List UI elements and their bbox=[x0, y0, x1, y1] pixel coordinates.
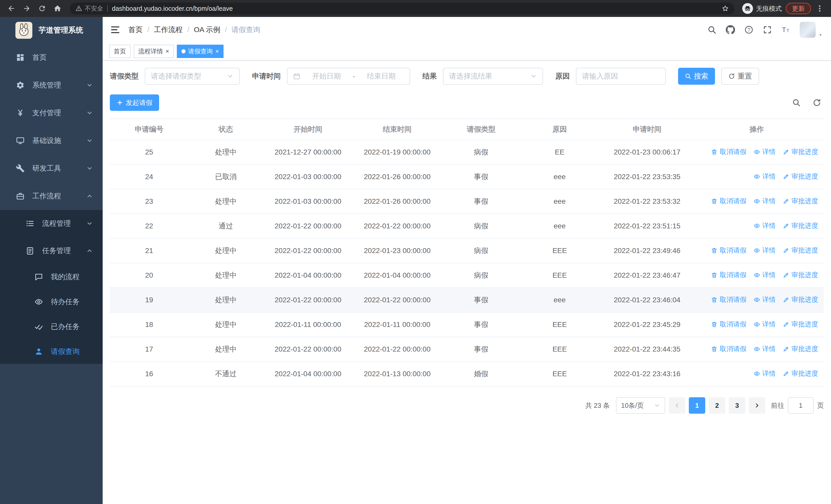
tab-process-detail[interactable]: 流程详情 × bbox=[134, 45, 174, 58]
chevron-down-icon bbox=[530, 73, 537, 80]
detail-link[interactable]: 详情 bbox=[753, 295, 776, 304]
create-leave-button[interactable]: 发起请假 bbox=[110, 94, 159, 111]
clipboard-icon bbox=[26, 246, 34, 255]
browser-menu-button[interactable] bbox=[813, 2, 826, 15]
tab-leave-query[interactable]: 请假查询 × bbox=[177, 45, 224, 58]
close-icon[interactable]: × bbox=[215, 48, 219, 54]
app-logo[interactable]: 芋道管理系统 bbox=[0, 17, 103, 43]
detail-label: 详情 bbox=[762, 345, 776, 353]
monitor-icon bbox=[16, 136, 25, 145]
cell-status: 处理中 bbox=[189, 140, 263, 165]
sidebar-item-system-mgmt[interactable]: 系统管理 bbox=[0, 71, 103, 99]
browser-forward-button[interactable] bbox=[20, 2, 33, 15]
browser-chrome: 不安全 dashboard.yudao.iocoder.cn/bpm/oa/le… bbox=[0, 0, 831, 17]
breadcrumb-item[interactable]: OA 示例 bbox=[194, 25, 221, 35]
detail-link[interactable]: 详情 bbox=[753, 197, 776, 206]
cancel-leave-link[interactable]: 取消请假 bbox=[711, 197, 746, 206]
approval-progress-link[interactable]: 审批进度 bbox=[783, 197, 818, 206]
sidebar-item-my-process[interactable]: 我的流程 bbox=[0, 264, 103, 289]
page-button-2[interactable]: 2 bbox=[709, 397, 725, 414]
navbar: 首页 / 工作流程 / OA 示例 / 请假查询 bbox=[103, 17, 831, 42]
filter-form: 请假类型 请选择请假类型 申请时间 开始日期 - 结束日期 bbox=[110, 68, 824, 85]
approval-progress-link[interactable]: 审批进度 bbox=[783, 369, 818, 378]
approval-progress-label: 审批进度 bbox=[792, 246, 818, 255]
cell-apply-time: 2022-01-22 23:53:35 bbox=[599, 165, 695, 189]
reason-input[interactable] bbox=[576, 68, 666, 85]
cell-end-time: 2022-01-19 00:00:00 bbox=[353, 140, 442, 165]
sidebar-toggle-button[interactable] bbox=[110, 25, 120, 35]
cell-start-time: 2022-01-03 00:00:00 bbox=[263, 189, 353, 214]
detail-link[interactable]: 详情 bbox=[753, 172, 776, 181]
refresh-table-icon[interactable] bbox=[812, 98, 821, 107]
approval-progress-link[interactable]: 审批进度 bbox=[783, 246, 818, 255]
prev-page-button[interactable] bbox=[669, 397, 685, 414]
sidebar-item-workflow[interactable]: 工作流程 bbox=[0, 182, 103, 210]
approval-progress-link[interactable]: 审批进度 bbox=[783, 147, 818, 156]
cancel-leave-link[interactable]: 取消请假 bbox=[711, 246, 746, 255]
detail-link[interactable]: 详情 bbox=[753, 147, 776, 156]
leave-type-select[interactable]: 请选择请假类型 bbox=[145, 68, 240, 85]
browser-update-button[interactable]: 更新 bbox=[786, 3, 811, 14]
sidebar-item-task-mgmt[interactable]: 任务管理 bbox=[0, 237, 103, 264]
bookmark-star-button[interactable] bbox=[722, 5, 729, 12]
breadcrumb-item[interactable]: 工作流程 bbox=[154, 25, 183, 35]
list-icon bbox=[26, 219, 34, 228]
breadcrumb-item[interactable]: 首页 bbox=[128, 25, 143, 35]
sidebar-item-dev-tools[interactable]: 研发工具 bbox=[0, 154, 103, 182]
security-badge[interactable]: 不安全 bbox=[76, 4, 103, 12]
detail-link[interactable]: 详情 bbox=[753, 369, 776, 378]
sidebar-item-leave-query[interactable]: 请假查询 bbox=[0, 339, 103, 364]
address-bar[interactable]: 不安全 dashboard.yudao.iocoder.cn/bpm/oa/le… bbox=[70, 3, 735, 14]
sidebar-item-process-mgmt[interactable]: 流程管理 bbox=[0, 210, 103, 237]
approval-progress-link[interactable]: 审批进度 bbox=[783, 172, 818, 181]
font-size-icon[interactable] bbox=[781, 25, 791, 34]
filter-reason: 原因 bbox=[555, 68, 666, 85]
close-icon[interactable]: × bbox=[166, 48, 169, 54]
toggle-search-icon[interactable] bbox=[792, 98, 801, 107]
incognito-label: 无痕模式 bbox=[756, 4, 782, 13]
eye-icon bbox=[753, 198, 760, 205]
reset-button[interactable]: 重置 bbox=[721, 68, 759, 85]
approval-progress-link[interactable]: 审批进度 bbox=[783, 270, 818, 279]
approval-progress-link[interactable]: 审批进度 bbox=[783, 221, 818, 230]
cancel-leave-link[interactable]: 取消请假 bbox=[711, 345, 746, 353]
cancel-leave-link[interactable]: 取消请假 bbox=[711, 147, 746, 156]
approval-progress-link[interactable]: 审批进度 bbox=[783, 345, 818, 353]
approval-progress-link[interactable]: 审批进度 bbox=[783, 320, 818, 329]
cancel-leave-link[interactable]: 取消请假 bbox=[711, 320, 746, 329]
sidebar-item-infrastructure[interactable]: 基础设施 bbox=[0, 127, 103, 154]
help-icon[interactable] bbox=[744, 25, 753, 34]
cancel-leave-link[interactable]: 取消请假 bbox=[711, 270, 746, 279]
detail-link[interactable]: 详情 bbox=[753, 221, 776, 230]
date-range-picker[interactable]: 开始日期 - 结束日期 bbox=[287, 68, 410, 85]
sidebar-item-todo-tasks[interactable]: 待办任务 bbox=[0, 289, 103, 314]
browser-reload-button[interactable] bbox=[35, 2, 49, 15]
approval-progress-link[interactable]: 审批进度 bbox=[783, 295, 818, 304]
page-button-3[interactable]: 3 bbox=[729, 397, 745, 414]
next-page-button[interactable] bbox=[749, 397, 765, 414]
goto-page-input[interactable] bbox=[788, 397, 813, 414]
tab-home[interactable]: 首页 bbox=[109, 45, 131, 58]
sidebar-item-home[interactable]: 首页 bbox=[0, 43, 103, 71]
github-icon[interactable] bbox=[726, 25, 735, 34]
result-select[interactable]: 请选择流结果 bbox=[443, 68, 543, 85]
cancel-leave-link[interactable]: 取消请假 bbox=[711, 295, 746, 304]
page-button-1[interactable]: 1 bbox=[689, 397, 705, 414]
cell-apply-time: 2022-01-22 23:51:15 bbox=[599, 214, 695, 238]
user-menu[interactable] bbox=[800, 22, 823, 38]
sidebar-item-done-tasks[interactable]: 已办任务 bbox=[0, 314, 103, 339]
goto-suffix: 页 bbox=[817, 401, 824, 410]
sidebar-item-payment-mgmt[interactable]: 支付管理 bbox=[0, 99, 103, 127]
search-icon[interactable] bbox=[707, 25, 717, 34]
detail-link[interactable]: 详情 bbox=[753, 270, 776, 279]
search-button[interactable]: 搜索 bbox=[678, 68, 715, 85]
detail-link[interactable]: 详情 bbox=[753, 345, 776, 353]
detail-link[interactable]: 详情 bbox=[753, 320, 776, 329]
edit-icon bbox=[783, 321, 790, 328]
browser-home-button[interactable] bbox=[51, 2, 64, 15]
fullscreen-icon[interactable] bbox=[763, 25, 772, 34]
detail-link[interactable]: 详情 bbox=[753, 246, 776, 255]
page-size-select[interactable]: 10条/页 bbox=[616, 397, 665, 414]
cell-operations: 取消请假 详情 审批进度 bbox=[695, 288, 824, 312]
browser-back-button[interactable] bbox=[5, 2, 18, 15]
